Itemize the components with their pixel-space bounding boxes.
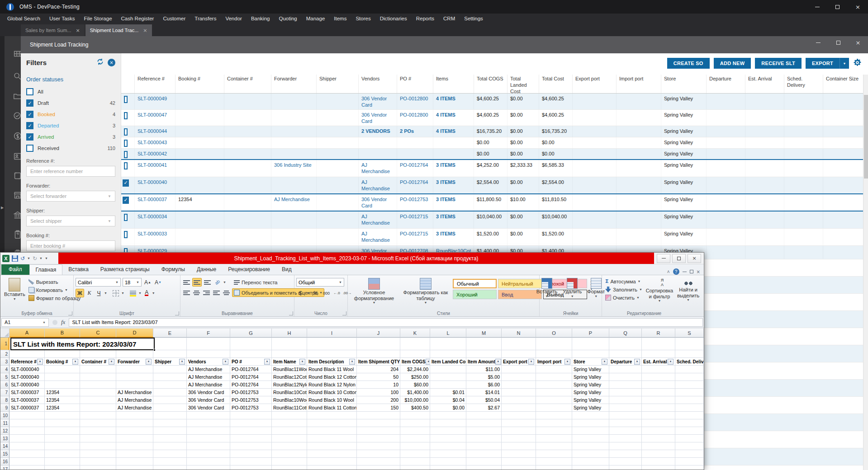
cell-P16[interactable] <box>572 458 609 465</box>
cell-A9[interactable]: SLT-0000037 <box>9 404 45 412</box>
column-header-M[interactable]: M <box>466 329 502 338</box>
grid-row-SLT-0000049[interactable]: SLT-0000049306 Vendor CardPO-00128004 IT… <box>121 94 868 110</box>
status-row-booked[interactable]: ✓Booked4 <box>26 111 115 118</box>
row-header-1[interactable]: 1 <box>0 338 9 350</box>
cell-F7[interactable]: 306 Vendor Card <box>187 389 230 396</box>
cell-F11[interactable] <box>187 419 230 427</box>
cell-O2[interactable] <box>536 350 572 358</box>
cell-A16[interactable] <box>9 458 45 465</box>
save-icon[interactable] <box>12 255 18 262</box>
cell-J2[interactable] <box>357 350 400 358</box>
cell-R8[interactable] <box>642 396 675 404</box>
row-checkbox[interactable] <box>124 151 128 158</box>
align-bottom-button[interactable] <box>203 278 212 287</box>
italic-button[interactable]: К <box>85 289 94 297</box>
cell-E9[interactable] <box>153 404 187 412</box>
cell-E17[interactable] <box>153 465 187 470</box>
grid-column-header-cost[interactable]: Total Cost <box>539 75 573 93</box>
cell-G9[interactable]: PO-0012753 <box>230 404 272 412</box>
cell-C7[interactable] <box>80 389 116 396</box>
cell-P17[interactable] <box>572 465 609 470</box>
cell-E8[interactable] <box>153 396 187 404</box>
cell-S11[interactable] <box>675 419 704 427</box>
number-dialog-launcher[interactable] <box>342 311 346 315</box>
cell-G7[interactable]: PO-0012753 <box>230 389 272 396</box>
cell-Q1[interactable] <box>609 338 642 350</box>
workbook-close-icon[interactable]: × <box>697 269 700 274</box>
cell-C11[interactable] <box>80 419 116 427</box>
cell-I1[interactable] <box>307 338 357 350</box>
status-checkbox-all[interactable] <box>26 88 33 95</box>
grid-column-header-check[interactable] <box>121 75 135 93</box>
format-as-table-button[interactable]: Форматировать как таблицу▼ <box>401 277 450 306</box>
cell-M10[interactable] <box>466 412 502 419</box>
excel-tab-данные[interactable]: Данные <box>191 264 222 275</box>
cell-B16[interactable] <box>45 458 80 465</box>
row-header-5[interactable]: 5 <box>0 373 9 381</box>
filter-dropdown-icon[interactable]: ▼ <box>634 359 640 365</box>
cell-Q5[interactable] <box>609 373 642 381</box>
cell-F4[interactable]: AJ Merchandise <box>187 366 230 373</box>
cell-F1[interactable] <box>187 338 230 350</box>
cell-J11[interactable] <box>357 419 400 427</box>
cell-H13[interactable] <box>272 435 307 442</box>
row-header-3[interactable]: 3 <box>0 358 9 366</box>
column-header-Q[interactable]: Q <box>609 329 642 338</box>
row-checkbox[interactable] <box>124 112 128 119</box>
cell-K11[interactable] <box>400 419 430 427</box>
cell-F14[interactable] <box>187 442 230 450</box>
cell-P12[interactable] <box>572 427 609 435</box>
row-select-cell[interactable] <box>121 160 135 177</box>
row-header-14[interactable]: 14 <box>0 442 9 450</box>
cell-E7[interactable] <box>153 389 187 396</box>
cell-N11[interactable] <box>502 419 536 427</box>
cell-R16[interactable] <box>642 458 675 465</box>
grid-row-SLT-0000034[interactable]: SLT-0000034AJ MerchandisePO-00127153 ITE… <box>121 212 868 229</box>
cell-P1[interactable] <box>572 338 609 350</box>
cell-S1[interactable] <box>675 338 704 350</box>
grid-column-header-container[interactable]: Container # <box>224 75 271 93</box>
fill-color-button[interactable] <box>129 289 138 297</box>
cell-O12[interactable] <box>536 427 572 435</box>
cell-I4[interactable]: Round Black 11 Wool <box>307 366 357 373</box>
filter-dropdown-icon[interactable]: ▼ <box>602 359 607 365</box>
cell-F10[interactable] <box>187 412 230 419</box>
cell-K5[interactable]: $250.00 <box>400 373 430 381</box>
cell-J4[interactable]: 204 <box>357 366 400 373</box>
cell-C10[interactable] <box>80 412 116 419</box>
cell-D3[interactable]: Forwarder▼ <box>116 358 153 366</box>
grid-column-header-import_port[interactable]: Import port <box>617 75 661 93</box>
delete-cells-button[interactable]: Удалить▼ <box>561 277 583 299</box>
export-dropdown-button[interactable]: ▼ <box>840 58 849 69</box>
cell-L7[interactable]: $0.01 <box>430 389 466 396</box>
paste-button[interactable]: Вставить▼ <box>2 277 27 302</box>
column-header-B[interactable]: B <box>45 329 80 338</box>
cell-K15[interactable] <box>400 450 430 458</box>
cell-G16[interactable] <box>230 458 272 465</box>
formula-input[interactable]: SLT List with Items Report: 2023/03/07 <box>69 318 703 327</box>
status-checkbox-received[interactable] <box>26 145 33 152</box>
row-header-10[interactable]: 10 <box>0 412 9 419</box>
cell-O14[interactable] <box>536 442 572 450</box>
grid-row-SLT-0000033[interactable]: SLT-0000033AJ MerchandisePO-00127153 ITE… <box>121 229 868 246</box>
cell-Q12[interactable] <box>609 427 642 435</box>
cell-O13[interactable] <box>536 435 572 442</box>
cell-K14[interactable] <box>400 442 430 450</box>
menu-item-banking[interactable]: Banking <box>247 14 275 24</box>
cell-N4[interactable] <box>502 366 536 373</box>
cell-R4[interactable] <box>642 366 675 373</box>
cell-H7[interactable]: RounBlac10Cott <box>272 389 307 396</box>
name-box[interactable]: A1▼ <box>1 318 49 327</box>
cell-C12[interactable] <box>80 427 116 435</box>
cell-H1[interactable] <box>272 338 307 350</box>
cell-I12[interactable] <box>307 427 357 435</box>
grid-column-header-landed[interactable]: Total Landed Cost <box>508 75 539 93</box>
font-name-combo[interactable]: Calibri▼ <box>76 278 121 287</box>
cell-R12[interactable] <box>642 427 675 435</box>
cell-I9[interactable]: Round Black 11 Cotton <box>307 404 357 412</box>
cell-J8[interactable]: 200 <box>357 396 400 404</box>
align-center-button[interactable] <box>192 288 201 297</box>
column-header-J[interactable]: J <box>357 329 400 338</box>
cell-L6[interactable] <box>430 381 466 389</box>
grid-settings-gear-icon[interactable] <box>853 58 862 69</box>
